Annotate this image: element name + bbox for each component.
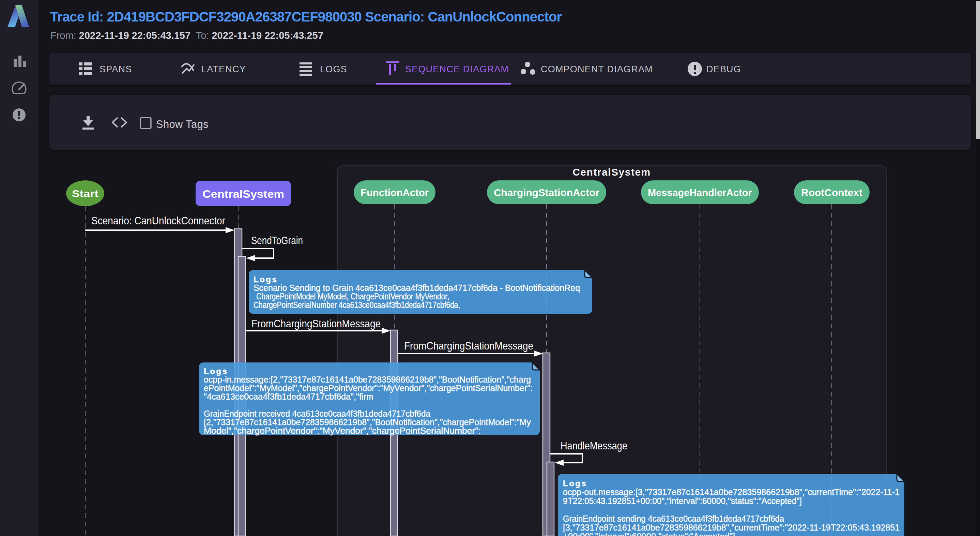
svg-text:[3,"73317e87c16141a0be72835986: [3,"73317e87c16141a0be728359866219b8","c… [563,523,900,532]
svg-text:ocpp-out.message:[3,"73317e87c: ocpp-out.message:[3,"73317e87c16141a0be7… [563,487,900,497]
svg-text:GrainEndpoint sending 4ca613ce: GrainEndpoint sending 4ca613ce0caa4f3fb1… [563,514,784,523]
svg-text:Start: Start [72,188,99,199]
svg-text:ChargingStationActor: ChargingStationActor [494,187,600,198]
svg-text:ChargePointSerialNumber 4ca613: ChargePointSerialNumber 4ca613ce0caa4f3f… [253,300,460,309]
svg-text:FromChargingStationMessage: FromChargingStationMessage [251,317,380,330]
svg-text:HandleMessage: HandleMessage [560,440,627,452]
svg-text:ePointModel":"MyModel","charge: ePointModel":"MyModel","chargePointVendo… [204,383,533,393]
svg-text:+00:00","interval":60000,"stat: +00:00","interval":60000,"status":"Accep… [563,531,735,536]
svg-text:Logs: Logs [563,479,587,488]
svg-text:Logs: Logs [204,367,228,376]
svg-text:Scenario: CanUnlockConnector: Scenario: CanUnlockConnector [91,214,225,227]
svg-text:SendToGrain: SendToGrain [251,234,303,247]
svg-text:CentralSystem: CentralSystem [573,166,651,178]
svg-text:FromChargingStationMessage: FromChargingStationMessage [404,340,533,352]
svg-text:RootContext: RootContext [801,187,862,198]
svg-text:[2,"73317e87c16141a0be72835986: [2,"73317e87c16141a0be728359866219b8","B… [204,417,531,427]
svg-text:ChargePointModel MyModel, Char: ChargePointModel MyModel, ChargePointVen… [256,292,449,301]
svg-text:9T22:05:43.192851+00:00","inte: 9T22:05:43.192851+00:00","interval":6000… [563,496,802,506]
svg-text:ocpp-in.message:[2,"73317e87c1: ocpp-in.message:[2,"73317e87c16141a0be72… [204,375,531,384]
svg-text:CentralSystem: CentralSystem [202,188,284,200]
svg-text:Model","chargePointVendor":"My: Model","chargePointVendor":"MyVendor","c… [204,426,481,436]
svg-text:"4ca613ce0caa4f3fb1deda4717cbf: "4ca613ce0caa4f3fb1deda4717cbf6da","firm [204,392,374,401]
svg-text:Scenario Sending to Grain 4ca6: Scenario Sending to Grain 4ca613ce0caa4f… [253,283,580,292]
svg-text:FunctionActor: FunctionActor [361,187,429,198]
svg-text:Logs: Logs [253,275,278,284]
svg-text:MessageHandlerActor: MessageHandlerActor [648,187,752,198]
svg-text:GrainEndpoint received 4ca613c: GrainEndpoint received 4ca613ce0caa4f3fb… [204,409,430,418]
